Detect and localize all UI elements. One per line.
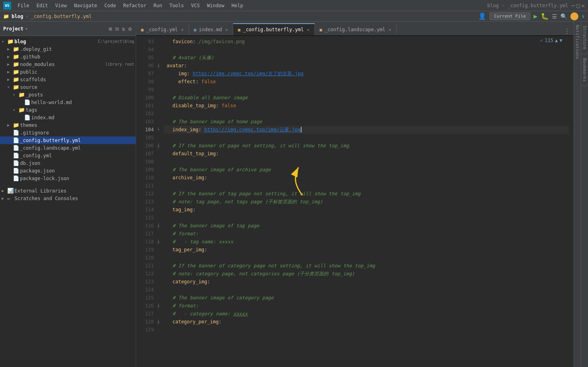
- menu-refactor[interactable]: Refactor: [120, 2, 149, 9]
- current-file-dropdown[interactable]: Current File: [489, 12, 530, 20]
- sidebar-item-themes[interactable]: ▶ 📁 themes: [0, 121, 136, 129]
- sidebar-item-config-butterfly[interactable]: 📄 _config.butterfly.yml: [0, 136, 136, 144]
- sidebar-item-config-yml[interactable]: 📄 _config.yml: [0, 152, 136, 159]
- tab-config-landscape[interactable]: ▣ _config.landscape.yml ✕: [315, 23, 397, 35]
- code-line-121: # If the banner of category page not set…: [163, 262, 569, 270]
- line-up-button[interactable]: ▲: [555, 38, 558, 43]
- sidebar-item-external-libraries[interactable]: ▶ 📊 External Libraries: [0, 187, 136, 195]
- sidebar-item-db-json[interactable]: 📄 db.json: [0, 159, 136, 167]
- sidebar-item-posts[interactable]: ▾ 📁 _posts: [0, 91, 136, 98]
- side-tabs: Structure Bookmarks: [581, 22, 588, 367]
- tab-label: index.md: [199, 27, 222, 32]
- project-separator: ›: [26, 14, 28, 19]
- sidebar-item-scratches[interactable]: ▶ ✏ Scratches and Consoles: [0, 195, 136, 202]
- tab-config-yml[interactable]: ▣ _config.yml ✕: [136, 23, 189, 35]
- sort-icon[interactable]: ⇅: [121, 25, 126, 33]
- code-line-105: [163, 134, 569, 142]
- tab-overflow-button[interactable]: ⋮: [561, 28, 574, 35]
- close-tab-index-md[interactable]: ✕: [225, 27, 228, 32]
- sidebar-content: ▾ 📁 blog C:\project\blog ▶ 📁 .deploy_git…: [0, 36, 136, 367]
- run-button[interactable]: ▶: [534, 12, 538, 20]
- sidebar-item-public[interactable]: ▶ 📁 public: [0, 68, 136, 76]
- code-line-123: category_img:: [163, 278, 569, 286]
- tab-label-active: _config.butterfly.yml: [243, 27, 304, 32]
- tab-config-butterfly[interactable]: ▣ _config.butterfly.yml ✕: [233, 23, 315, 35]
- code-line-108: [163, 158, 569, 166]
- close-button[interactable]: ✕: [582, 2, 585, 9]
- sidebar-item-root[interactable]: ▾ 📁 blog C:\project\blog: [0, 38, 136, 45]
- code-line-107: default_top_img:: [163, 150, 569, 158]
- menu-file[interactable]: File: [14, 2, 32, 9]
- tab-bar: ▣ _config.yml ✕ ▣ index.md ✕ ▣ _config.b…: [136, 22, 574, 36]
- fold-indicators: ├ └ ├ ├: [157, 36, 163, 367]
- code-line-111: [163, 182, 569, 190]
- menu-vcs[interactable]: VCS: [188, 2, 203, 9]
- minimize-button[interactable]: ─: [572, 2, 575, 9]
- editor-scrollbar[interactable]: [569, 36, 574, 367]
- menu-code[interactable]: Code: [101, 2, 119, 9]
- checkmark-icon: ✓: [540, 38, 543, 43]
- code-line-94: [163, 46, 569, 54]
- chevron-down-icon[interactable]: ▾: [25, 26, 28, 32]
- sidebar-item-hello-world[interactable]: 📄 hello-world.md: [0, 98, 136, 106]
- project-file: _config.butterfly.yml: [31, 14, 92, 19]
- sidebar-item-gitignore[interactable]: 📄 .gitignore: [0, 129, 136, 136]
- code-line-100: # Disable all banner image: [163, 94, 569, 102]
- sidebar: Project ▾ ⊞ ⊟ ⇅ ⚙ ▾ 📁 blog C:\project\bl…: [0, 22, 136, 367]
- tab-label: _config.yml: [146, 27, 178, 32]
- code-line-106: # If the banner of page not setting, it …: [163, 142, 569, 150]
- sidebar-item-node-modules[interactable]: ▶ 📁 node_modules library root: [0, 60, 136, 68]
- tab-index-md[interactable]: ▣ index.md ✕: [189, 23, 233, 35]
- sidebar-item-tags[interactable]: ▾ 📁 tags: [0, 106, 136, 114]
- sidebar-item-package-json[interactable]: 📄 package.json: [0, 167, 136, 174]
- avatar-icon[interactable]: [570, 12, 578, 20]
- settings-icon[interactable]: ⚙: [128, 25, 133, 33]
- maximize-button[interactable]: □: [576, 2, 580, 9]
- user-icon[interactable]: 👤: [478, 12, 486, 20]
- collapse-all-icon[interactable]: ⊟: [115, 25, 119, 33]
- project-name[interactable]: blog: [12, 14, 23, 19]
- sidebar-item-tags-index[interactable]: 📄 index.md: [0, 114, 136, 121]
- code-line-117: # format:: [163, 230, 569, 238]
- project-tree-label[interactable]: Project: [3, 26, 24, 32]
- code-line-109: # The banner image of archive page: [163, 166, 569, 174]
- code-area[interactable]: favicon: /img/favicon.png # Avatar (头像) …: [163, 36, 569, 367]
- code-line-95: # Avatar (头像): [163, 54, 569, 62]
- coverage-button[interactable]: ☰: [552, 13, 557, 20]
- sidebar-item-package-lock-json[interactable]: 📄 package-lock.json: [0, 174, 136, 182]
- project-bar: 📁 blog › _config.butterfly.yml 👤 Current…: [0, 11, 588, 22]
- search-button[interactable]: 🔍: [560, 13, 567, 20]
- sidebar-item-deploy-git[interactable]: ▶ 📁 .deploy_git: [0, 45, 136, 53]
- code-line-125: # The banner image of category page: [163, 294, 569, 302]
- code-line-112: # If the banner of tag page not setting,…: [163, 190, 569, 198]
- menu-navigate[interactable]: Navigate: [71, 2, 101, 9]
- close-tab-config-landscape[interactable]: ✕: [389, 27, 391, 32]
- code-line-128: category_per_img:: [163, 318, 569, 326]
- close-tab-config-yml[interactable]: ✕: [181, 27, 184, 32]
- sidebar-item-github[interactable]: ▶ 📁 .github: [0, 53, 136, 60]
- sidebar-item-source[interactable]: ▾ 📁 source: [0, 83, 136, 91]
- editor-content: 93 94 95 96 97 98 99 100 101 102 103 104…: [136, 36, 574, 367]
- expand-all-icon[interactable]: ⊞: [108, 25, 113, 33]
- notifications-panel[interactable]: Notifications: [574, 22, 581, 367]
- menu-edit[interactable]: Edit: [33, 2, 51, 9]
- update-icon[interactable]: ⬆: [582, 13, 585, 20]
- menu-help[interactable]: Help: [228, 2, 246, 9]
- sidebar-item-scaffolds[interactable]: ▶ 📁 scaffolds: [0, 76, 136, 83]
- app-logo: WS: [3, 2, 11, 10]
- bookmarks-tab[interactable]: Bookmarks: [581, 54, 588, 86]
- code-line-122: # note: category page, not categories pa…: [163, 270, 569, 278]
- menu-run[interactable]: Run: [150, 2, 165, 9]
- line-down-button[interactable]: ▼: [560, 38, 562, 43]
- structure-tab[interactable]: Structure: [581, 22, 588, 54]
- folder-icon: 📁: [3, 14, 9, 19]
- code-line-104: index_img: https://img.cymgc.top/img/云雾.…: [163, 126, 569, 134]
- close-tab-config-butterfly[interactable]: ✕: [307, 27, 310, 32]
- sidebar-item-config-landscape[interactable]: 📄 _config.landscape.yml: [0, 144, 136, 152]
- code-line-96: avatar:: [163, 62, 569, 70]
- menu-window[interactable]: Window: [204, 2, 228, 9]
- editor-area: ▣ _config.yml ✕ ▣ index.md ✕ ▣ _config.b…: [136, 22, 574, 367]
- menu-tools[interactable]: Tools: [166, 2, 187, 9]
- debug-button[interactable]: 🐛: [541, 12, 549, 20]
- menu-view[interactable]: View: [52, 2, 70, 9]
